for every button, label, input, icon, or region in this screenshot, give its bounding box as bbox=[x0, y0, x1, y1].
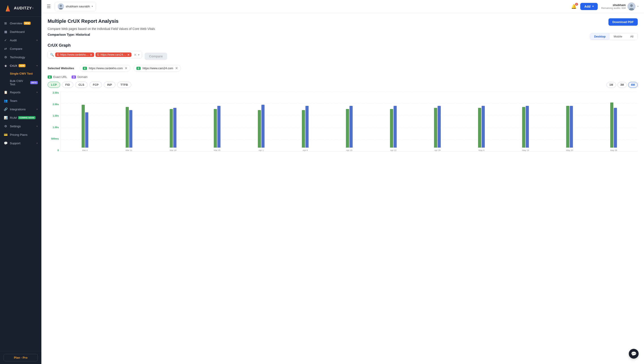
sidebar-item-overview[interactable]: ⊞ Overview NEW bbox=[0, 19, 41, 28]
bar-group-0: Mar 4 bbox=[63, 105, 107, 152]
crux-new-badge: NEW bbox=[19, 64, 26, 67]
download-pdf-button[interactable]: Download PDF bbox=[608, 18, 638, 26]
sidebar-item-label-crux: CrUX bbox=[10, 64, 17, 68]
time-tab-6m[interactable]: 6M bbox=[628, 82, 638, 88]
pricing-icon: 💳 bbox=[4, 133, 8, 137]
metric-tab-cls[interactable]: CLS bbox=[75, 82, 88, 88]
overview-icon: ⊞ bbox=[4, 21, 8, 25]
device-all-button[interactable]: All bbox=[626, 33, 637, 40]
reports-icon: 📋 bbox=[4, 90, 8, 94]
url-search-bar[interactable]: 🔍 E: https://www.cardekho.... ✕ E: https… bbox=[48, 51, 142, 58]
metric-tab-fid[interactable]: FID bbox=[62, 82, 73, 88]
chart-y-axis: 2.50s 2.00s 1.50s 1.00s 500ms 0 bbox=[48, 91, 61, 152]
bar-green-1 bbox=[126, 107, 129, 148]
sidebar-item-pricing[interactable]: 💳 Pricing Plans bbox=[0, 130, 41, 139]
support-chevron-icon: ▾ bbox=[37, 142, 38, 145]
sidebar-item-audit[interactable]: ✓ Audit ▾ bbox=[0, 36, 41, 44]
device-desktop-button[interactable]: Desktop bbox=[590, 33, 609, 40]
dashboard-icon: ▦ bbox=[4, 30, 8, 34]
metric-tab-inp[interactable]: INP bbox=[104, 82, 115, 88]
auditzy-logo-icon bbox=[4, 4, 12, 12]
user-selector[interactable]: shubham saurabh ▾ bbox=[55, 2, 96, 11]
bar-label-2: Mar 18 bbox=[170, 149, 176, 152]
y-label-500ms: 500ms bbox=[51, 137, 59, 140]
user-selector-name: shubham saurabh bbox=[66, 5, 90, 8]
user-selector-avatar bbox=[58, 3, 64, 10]
sidebar-item-bulk-cwv[interactable]: Bulk CWV Test BETA bbox=[0, 77, 41, 88]
sidebar-item-compare[interactable]: ⇄ Compare bbox=[0, 44, 41, 53]
url-type-domain: D Domain bbox=[72, 75, 87, 78]
sidebar-item-label-rum: RUM bbox=[10, 116, 17, 120]
website-chip-cars24-remove[interactable]: ✕ bbox=[175, 66, 178, 70]
exact-url-label: Exact URL bbox=[53, 75, 67, 78]
main-wrapper: ☰ shubham saurabh ▾ 🔔 9 Add ▾ bbox=[41, 0, 644, 364]
sidebar-item-single-cwv[interactable]: Single CWV Test bbox=[0, 70, 41, 77]
search-tag-cars24-remove[interactable]: ✕ bbox=[127, 53, 130, 56]
sidebar-item-settings[interactable]: ⚙ Settings ▾ bbox=[0, 122, 41, 130]
overview-new-badge: NEW bbox=[24, 22, 31, 25]
metric-tab-lcp[interactable]: LCP bbox=[48, 82, 60, 88]
sidebar-item-rum[interactable]: 📊 RUM COMING SOON bbox=[0, 114, 41, 122]
hamburger-button[interactable]: ☰ bbox=[47, 4, 51, 9]
comparison-type-label: Comparison Type: bbox=[48, 33, 75, 36]
chat-icon: 💬 bbox=[631, 351, 637, 356]
logo-text: AUDITZY bbox=[14, 6, 32, 10]
device-mobile-button[interactable]: Mobile bbox=[609, 33, 626, 40]
svg-point-7 bbox=[630, 4, 633, 7]
website-chip-cardekho-remove[interactable]: ✕ bbox=[125, 66, 127, 70]
sidebar-item-support[interactable]: 💬 Support ▾ bbox=[0, 139, 41, 148]
bar-blue-5 bbox=[305, 106, 309, 148]
bar-group-3: Mar 25 bbox=[195, 106, 239, 152]
time-tab-3m[interactable]: 3M bbox=[617, 82, 627, 88]
section-title: CrUX Graph bbox=[48, 43, 638, 48]
bar-label-3: Mar 25 bbox=[214, 149, 221, 152]
website-chip-cardekho-badge: E bbox=[83, 67, 87, 70]
search-clear-icon[interactable]: ✕ bbox=[134, 53, 137, 57]
bar-group-5: Apr 8 bbox=[283, 106, 327, 152]
bar-label-9: May 6 bbox=[479, 149, 484, 152]
sidebar: AUDITZY © ⊞ Overview NEW ▦ Dashboard ✓ A… bbox=[0, 0, 41, 364]
add-button-dropdown-icon: ▾ bbox=[592, 5, 594, 8]
bar-green-7 bbox=[390, 109, 393, 148]
chart-bars-area: Mar 4Mar 11Mar 18Mar 25Apr 1Apr 8Apr 15A… bbox=[61, 91, 638, 152]
comparison-type: Comparison Type: Historical bbox=[48, 33, 90, 36]
bar-blue-2 bbox=[173, 108, 176, 148]
sidebar-item-dashboard[interactable]: ▦ Dashboard bbox=[0, 28, 41, 36]
bar-blue-4 bbox=[261, 105, 265, 148]
user-info-chevron-icon: ▾ bbox=[637, 5, 639, 8]
sidebar-item-label-compare: Compare bbox=[10, 47, 22, 50]
audit-icon: ✓ bbox=[4, 38, 8, 42]
support-icon: 💬 bbox=[4, 141, 8, 145]
user-info-area: shubham Remaining audits: 634 ▾ bbox=[601, 2, 639, 10]
notification-button[interactable]: 🔔 9 bbox=[571, 4, 577, 9]
sidebar-item-label-pricing: Pricing Plans bbox=[10, 133, 28, 136]
compare-button[interactable]: Compare bbox=[145, 53, 167, 60]
metric-tab-ttfb[interactable]: TTFB bbox=[117, 82, 131, 88]
sidebar-item-technology[interactable]: ⚙ Technology bbox=[0, 53, 41, 62]
bulk-cwv-beta-badge: BETA bbox=[30, 81, 38, 84]
search-tag-cardekho-remove[interactable]: ✕ bbox=[90, 53, 92, 56]
bar-blue-3 bbox=[217, 106, 221, 148]
bar-blue-11 bbox=[570, 106, 573, 148]
metric-tab-fcp[interactable]: FCP bbox=[89, 82, 102, 88]
chat-button[interactable]: 💬 bbox=[629, 349, 639, 359]
plan-badge[interactable]: Plan - Pro bbox=[4, 354, 38, 361]
rum-icon: 📊 bbox=[4, 116, 8, 120]
sidebar-item-team[interactable]: 👥 Team bbox=[0, 96, 41, 105]
search-dropdown-icon[interactable]: ▾ bbox=[138, 53, 139, 56]
bar-group-4: Apr 1 bbox=[239, 105, 283, 152]
comparison-type-value: Historical bbox=[76, 33, 90, 36]
y-label-150: 1.50s bbox=[53, 114, 59, 117]
sidebar-item-crux[interactable]: ◈ CrUX NEW ▾ bbox=[0, 62, 41, 70]
bar-group-2: Mar 18 bbox=[151, 108, 195, 152]
page-title: Multiple CrUX Report Analysis bbox=[48, 18, 119, 24]
time-tab-1m[interactable]: 1M bbox=[606, 82, 616, 88]
add-button[interactable]: Add ▾ bbox=[580, 3, 597, 10]
plan-type: Pro bbox=[23, 356, 28, 359]
url-type-exact: E Exact URL bbox=[48, 75, 67, 78]
sidebar-item-reports[interactable]: 📋 Reports ▾ bbox=[0, 88, 41, 96]
bar-group-6: Apr 15 bbox=[327, 106, 371, 152]
sidebar-item-integrations[interactable]: 🔗 Integrations ▾ bbox=[0, 105, 41, 114]
bar-label-12: May 26 bbox=[610, 149, 617, 152]
domain-label: Domain bbox=[77, 75, 87, 78]
